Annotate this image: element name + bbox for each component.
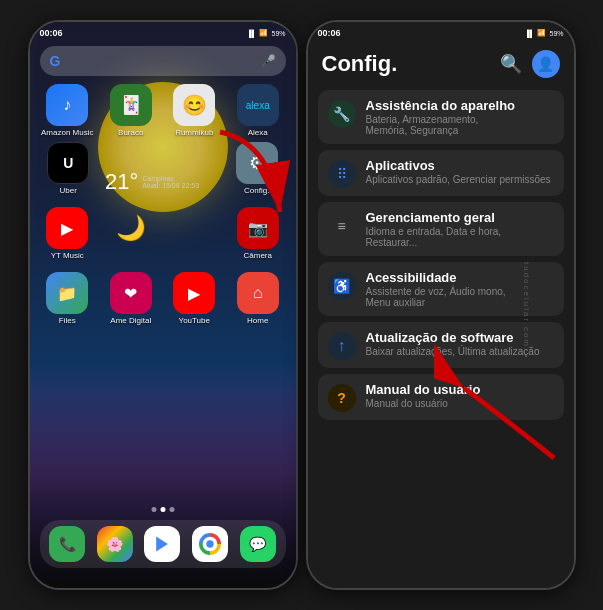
amazon-music-icon: ♪ <box>46 84 88 126</box>
dock-play[interactable] <box>144 526 180 562</box>
settings-item-general[interactable]: ≡ Gerenciamento geral Idioma e entrada, … <box>318 202 564 256</box>
buraco-icon: 🃏 <box>110 84 152 126</box>
dock-phone-icon: 📞 <box>49 526 85 562</box>
uber-label: Uber <box>60 186 77 195</box>
rummikub-label: Rummikub <box>175 128 213 137</box>
app-buraco[interactable]: 🃏 Buraco <box>103 84 159 137</box>
general-icon: ≡ <box>328 212 356 240</box>
dot-3 <box>169 507 174 512</box>
settings-title: Config. <box>322 51 398 77</box>
device-assistance-title: Assistência do aparelho <box>366 98 516 113</box>
dot-active <box>160 507 165 512</box>
app-rummikub[interactable]: 😊 Rummikub <box>167 84 223 137</box>
dock-chrome-icon <box>192 526 228 562</box>
buraco-label: Buraco <box>118 128 143 137</box>
app-amazon-music[interactable]: ♪ Amazon Music <box>40 84 96 137</box>
apps-icon: ⠿ <box>328 160 356 188</box>
manual-title: Manual do usuário <box>366 382 481 397</box>
yt-music-label: YT Music <box>51 251 84 260</box>
config-icon: ⚙ <box>236 142 278 184</box>
home-label: Home <box>247 316 268 325</box>
status-bar: 00:06 ▐▌ 📶 59% <box>30 22 296 44</box>
apps-title: Aplicativos <box>366 158 551 173</box>
app-yt-music[interactable]: ▶ YT Music <box>40 207 96 260</box>
right-phone: 00:06 ▐▌ 📶 59% Config. 🔍 👤 🔧 Assist <box>306 20 576 590</box>
manual-sub: Manual do usuário <box>366 398 481 409</box>
status-time: 00:06 <box>40 28 63 38</box>
avatar-icon[interactable]: 👤 <box>532 50 560 78</box>
settings-battery: 59% <box>549 30 563 37</box>
settings-signal-icon: ▐▌ <box>525 30 535 37</box>
wifi-icon: 📶 <box>259 29 268 37</box>
accessibility-icon: ♿ <box>328 272 356 300</box>
app-camera[interactable]: 📷 Câmera <box>230 207 286 260</box>
camera-label: Câmera <box>244 251 272 260</box>
settings-status-time: 00:06 <box>318 28 341 38</box>
svg-point-1 <box>206 540 213 547</box>
dock-photos-icon: 🌸 <box>97 526 133 562</box>
software-update-sub: Baixar atualizações, Última atualização <box>366 346 540 357</box>
accessibility-sub: Assistente de voz, Áudio mono,Menu auxil… <box>366 286 506 308</box>
moon-icon: 🌙 <box>110 207 152 249</box>
app-youtube[interactable]: ▶ YouTube <box>167 272 223 325</box>
settings-wifi-icon: 📶 <box>537 29 546 37</box>
alexa-label: Alexa <box>248 128 268 137</box>
signal-icon: ▐▌ <box>247 30 257 37</box>
general-sub: Idioma e entrada, Data e hora,Restaurar.… <box>366 226 502 248</box>
software-update-title: Atualização de software <box>366 330 540 345</box>
manual-icon: ? <box>328 384 356 412</box>
dock-play-icon <box>144 526 180 562</box>
ame-label: Ame Digital <box>110 316 151 325</box>
accessibility-title: Acessibilidade <box>366 270 506 285</box>
watermark: tudocelular.com <box>522 262 531 348</box>
svg-marker-0 <box>157 537 169 552</box>
apps-sub: Aplicativos padrão, Gerenciar permissões <box>366 174 551 185</box>
app-uber[interactable]: U Uber <box>40 142 98 195</box>
general-title: Gerenciamento geral <box>366 210 502 225</box>
settings-status-bar: 00:06 ▐▌ 📶 59% <box>308 22 574 44</box>
yt-music-icon: ▶ <box>46 207 88 249</box>
settings-item-manual[interactable]: ? Manual do usuário Manual do usuário <box>318 374 564 420</box>
alexa-icon: alexa <box>237 84 279 126</box>
weather-widget: 21° Campinas Atual: 15/08 22:53 <box>105 169 220 195</box>
settings-item-device-assistance[interactable]: 🔧 Assistência do aparelho Bateria, Armaz… <box>318 90 564 144</box>
rummikub-icon: 😊 <box>173 84 215 126</box>
settings-header: Config. 🔍 👤 <box>308 44 574 86</box>
device-assistance-icon: 🔧 <box>328 100 356 128</box>
search-icon[interactable]: 🔍 <box>500 53 522 75</box>
files-label: Files <box>59 316 76 325</box>
left-phone: 00:06 ▐▌ 📶 59% G 🎤 ♪ Amazon Music 🃏 Bura… <box>28 20 298 590</box>
amazon-music-label: Amazon Music <box>41 128 93 137</box>
settings-list: 🔧 Assistência do aparelho Bateria, Armaz… <box>308 86 574 424</box>
config-label: Config. <box>244 186 269 195</box>
dock-whatsapp-icon: 💬 <box>240 526 276 562</box>
weather-info: Campinas Atual: 15/08 22:53 <box>142 175 199 189</box>
weather-date: Atual: 15/08 22:53 <box>142 182 199 189</box>
uber-icon: U <box>47 142 89 184</box>
settings-screen: 00:06 ▐▌ 📶 59% Config. 🔍 👤 🔧 Assist <box>308 22 574 588</box>
software-update-icon: ↑ <box>328 332 356 360</box>
moon-widget: 🌙 <box>103 207 159 260</box>
battery-text: 59% <box>271 30 285 37</box>
app-config[interactable]: ⚙ Config. <box>228 142 286 195</box>
files-icon: 📁 <box>46 272 88 314</box>
app-files[interactable]: 📁 Files <box>40 272 96 325</box>
device-assistance-sub: Bateria, Armazenamento,Memória, Seguranç… <box>366 114 516 136</box>
dock-phone[interactable]: 📞 <box>49 526 85 562</box>
weather-city: Campinas <box>142 175 199 182</box>
home-screen: 00:06 ▐▌ 📶 59% G 🎤 ♪ Amazon Music 🃏 Bura… <box>30 22 296 588</box>
search-bar[interactable]: G 🎤 <box>40 46 286 76</box>
app-ame[interactable]: ❤ Ame Digital <box>103 272 159 325</box>
status-icons: ▐▌ 📶 59% <box>247 29 286 37</box>
home-icon: ⌂ <box>237 272 279 314</box>
settings-item-apps[interactable]: ⠿ Aplicativos Aplicativos padrão, Gerenc… <box>318 150 564 196</box>
dock-chrome[interactable] <box>192 526 228 562</box>
app-alexa[interactable]: alexa Alexa <box>230 84 286 137</box>
app-home[interactable]: ⌂ Home <box>230 272 286 325</box>
dock-photos[interactable]: 🌸 <box>97 526 133 562</box>
mic-icon: 🎤 <box>261 54 276 68</box>
dot-1 <box>151 507 156 512</box>
dock-whatsapp[interactable]: 💬 <box>240 526 276 562</box>
youtube-label: YouTube <box>179 316 210 325</box>
youtube-icon: ▶ <box>173 272 215 314</box>
